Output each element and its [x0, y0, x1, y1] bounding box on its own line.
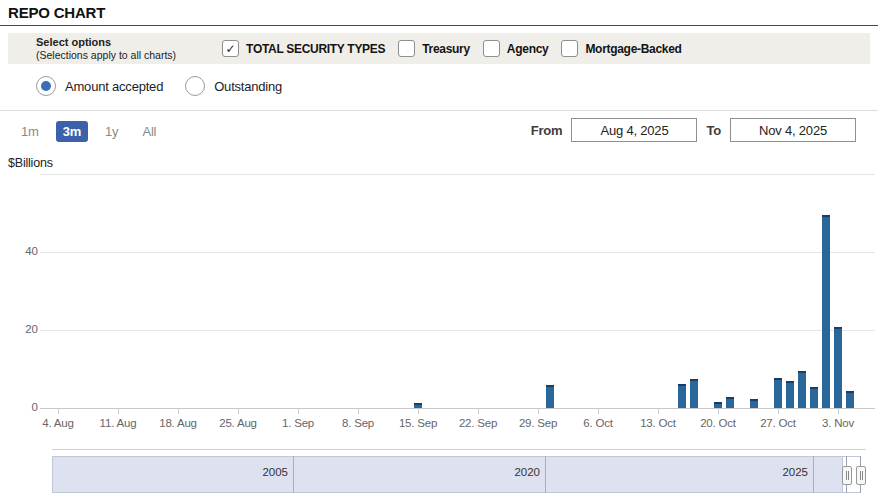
- x-tick-label: 20. Oct: [688, 417, 748, 429]
- range-button-3m[interactable]: 3m: [56, 121, 88, 142]
- navigator-band[interactable]: [52, 456, 843, 493]
- x-tick-label: 1. Sep: [268, 417, 328, 429]
- navigator-scrollbar-track: [52, 449, 866, 450]
- bar-oct-31-2025[interactable]: [822, 215, 830, 408]
- select-options-label: Select options (Selections apply to all …: [36, 36, 176, 61]
- range-button-1y[interactable]: 1y: [98, 121, 125, 142]
- bar-oct-30-2025[interactable]: [810, 387, 818, 408]
- bar-sep-15-2025[interactable]: [414, 403, 422, 408]
- y-axis-units-label: $Billions: [8, 156, 53, 170]
- x-tick-mark: [478, 408, 479, 414]
- bar-oct-29-2025[interactable]: [798, 371, 806, 408]
- x-tick-mark: [838, 408, 839, 414]
- checkbox-item-total-security-types[interactable]: ✓TOTAL SECURITY TYPES: [222, 40, 385, 57]
- from-date-input[interactable]: Aug 4, 2025: [571, 118, 697, 142]
- radio-unselected-icon[interactable]: [185, 76, 205, 96]
- range-button-all[interactable]: All: [135, 121, 163, 142]
- bar-oct-27-2025[interactable]: [774, 378, 782, 408]
- navigator-year-tick: [545, 456, 546, 493]
- navigator-year-label: 2005: [228, 466, 288, 478]
- checkbox-label: TOTAL SECURITY TYPES: [246, 42, 385, 56]
- radio-option-amount-accepted[interactable]: Amount accepted: [36, 76, 163, 96]
- repo-chart-page: REPO CHART Select options (Selections ap…: [0, 0, 878, 497]
- checkbox-unchecked-icon[interactable]: [398, 40, 415, 57]
- date-range-controls: From Aug 4, 2025 To Nov 4, 2025: [531, 118, 856, 142]
- radio-dot: [41, 81, 51, 91]
- y-tick-label: 40: [8, 245, 38, 257]
- bar-oct-21-2025[interactable]: [726, 397, 734, 408]
- security-type-options-bar: Select options (Selections apply to all …: [8, 33, 870, 64]
- x-tick-label: 3. Nov: [808, 417, 868, 429]
- checkbox-unchecked-icon[interactable]: [561, 40, 578, 57]
- bar-oct-16-2025[interactable]: [690, 379, 698, 408]
- bar-oct-20-2025[interactable]: [714, 402, 722, 408]
- bar-nov-4-2025[interactable]: [846, 391, 854, 408]
- x-tick-mark: [358, 408, 359, 414]
- range-button-1m[interactable]: 1m: [14, 121, 46, 142]
- x-tick-mark: [178, 408, 179, 414]
- x-tick-mark: [718, 408, 719, 414]
- x-tick-label: 29. Sep: [508, 417, 568, 429]
- x-tick-mark: [118, 408, 119, 414]
- x-tick-label: 4. Aug: [28, 417, 88, 429]
- navigator-right-handle-icon[interactable]: [856, 466, 866, 485]
- metric-radio-group: Amount acceptedOutstanding: [36, 76, 282, 96]
- x-tick-mark: [238, 408, 239, 414]
- checkbox-item-treasury[interactable]: Treasury: [398, 40, 470, 57]
- range-selector-row: 1m3m1yAll From Aug 4, 2025 To Nov 4, 202…: [0, 118, 878, 146]
- x-tick-mark: [778, 408, 779, 414]
- navigator-year-label: 2020: [480, 466, 540, 478]
- repo-bar-chart: $Billions 020404. Aug11. Aug18. Aug25. A…: [0, 150, 878, 445]
- x-tick-label: 15. Sep: [388, 417, 448, 429]
- x-tick-mark: [598, 408, 599, 414]
- x-tick-mark: [418, 408, 419, 414]
- gridline-0: [40, 408, 875, 409]
- bar-sep-30-2025[interactable]: [546, 385, 554, 408]
- handle-grip: [860, 471, 861, 480]
- navigator-left-handle-icon[interactable]: [842, 466, 852, 485]
- radio-option-outstanding[interactable]: Outstanding: [185, 76, 282, 96]
- bar-oct-28-2025[interactable]: [786, 381, 794, 408]
- x-tick-label: 22. Sep: [448, 417, 508, 429]
- x-tick-label: 27. Oct: [748, 417, 808, 429]
- title-divider: [0, 25, 878, 26]
- bar-oct-23-2025[interactable]: [750, 399, 758, 408]
- timeline-navigator[interactable]: 200520202025: [0, 445, 878, 497]
- checkbox-item-agency[interactable]: Agency: [483, 40, 549, 57]
- checkbox-label: Treasury: [422, 42, 470, 56]
- x-tick-label: 25. Aug: [208, 417, 268, 429]
- gridline-60: [40, 174, 875, 175]
- checkbox-unchecked-icon[interactable]: [483, 40, 500, 57]
- checkbox-item-mortgage-backed[interactable]: Mortgage-Backed: [561, 40, 681, 57]
- y-tick-label: 20: [8, 323, 38, 335]
- handle-grip: [846, 471, 847, 480]
- handle-grip: [862, 471, 863, 480]
- checkbox-label: Mortgage-Backed: [585, 42, 681, 56]
- radio-label: Outstanding: [214, 79, 282, 94]
- checkbox-label: Agency: [507, 42, 549, 56]
- x-tick-mark: [538, 408, 539, 414]
- security-type-checkbox-group: ✓TOTAL SECURITY TYPESTreasuryAgencyMortg…: [222, 40, 682, 57]
- gridline-40: [40, 252, 875, 253]
- to-date-input[interactable]: Nov 4, 2025: [730, 118, 856, 142]
- x-tick-mark: [298, 408, 299, 414]
- x-tick-label: 6. Oct: [568, 417, 628, 429]
- navigator-year-label: 2025: [748, 466, 808, 478]
- radio-selected-icon[interactable]: [36, 76, 56, 96]
- to-label: To: [706, 123, 721, 138]
- x-tick-label: 8. Sep: [328, 417, 388, 429]
- bar-oct-15-2025[interactable]: [678, 384, 686, 408]
- range-button-group: 1m3m1yAll: [14, 121, 163, 142]
- navigator-year-tick: [293, 456, 294, 493]
- handle-grip: [848, 471, 849, 480]
- radio-label: Amount accepted: [65, 79, 163, 94]
- x-tick-mark: [58, 408, 59, 414]
- section-divider: [0, 110, 878, 111]
- navigator-year-tick: [813, 456, 814, 493]
- checkbox-checked-icon[interactable]: ✓: [222, 40, 239, 57]
- x-tick-label: 13. Oct: [628, 417, 688, 429]
- bar-nov-3-2025[interactable]: [834, 327, 842, 408]
- x-tick-mark: [658, 408, 659, 414]
- x-tick-label: 18. Aug: [148, 417, 208, 429]
- page-title: REPO CHART: [8, 4, 105, 21]
